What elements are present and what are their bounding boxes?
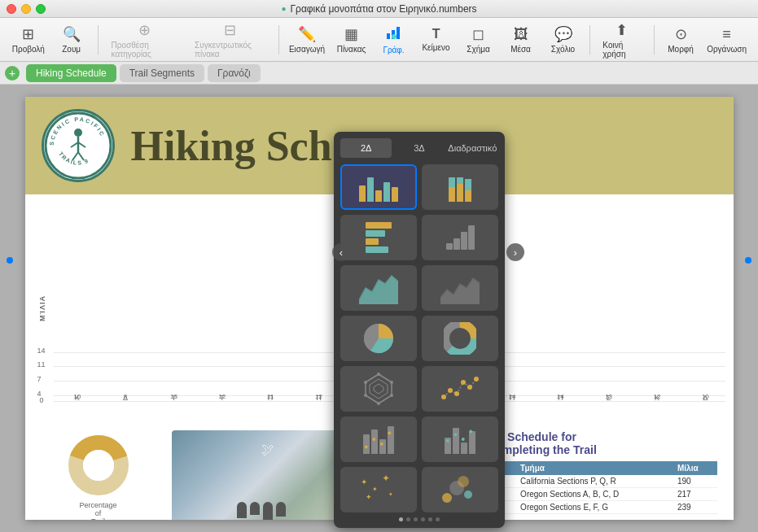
toolbar-insert[interactable]: ✏️ Εισαγωγή <box>285 22 328 57</box>
chart-option-area-1[interactable] <box>340 265 417 311</box>
donut-chart <box>66 433 131 498</box>
svg-point-39 <box>388 432 391 435</box>
titlebar: ● Γραφικά μονοπάτια στον Ειρηνικό.number… <box>0 0 758 18</box>
tabbar: + Hiking Schedule Trail Segments Γρανόζι <box>0 62 758 85</box>
popup-dot-6[interactable] <box>436 517 440 521</box>
mini-area-2-icon <box>440 272 480 304</box>
tab-hiking-schedule[interactable]: Hiking Schedule <box>26 64 116 82</box>
chart-option-line-scatter[interactable] <box>422 366 498 412</box>
popup-next-arrow[interactable]: › <box>506 243 524 261</box>
maximize-button[interactable] <box>36 4 46 14</box>
svg-text:✦: ✦ <box>388 491 393 497</box>
y-label-14: 14 <box>37 347 46 355</box>
chart-option-pie[interactable] <box>340 316 417 361</box>
svg-point-49 <box>442 493 452 503</box>
svg-point-43 <box>469 430 472 434</box>
add-sheet-button[interactable]: + <box>5 66 20 81</box>
mini-scatter-2-icon <box>440 473 480 506</box>
photo-figures <box>237 502 286 520</box>
chart-option-stepped-2[interactable] <box>422 215 498 260</box>
shape-icon: ◻ <box>472 25 484 43</box>
cell-miles-1: 190 <box>673 475 717 488</box>
toolbar-text[interactable]: T Κείμενο <box>417 24 456 55</box>
mini-polygon-icon <box>361 371 397 407</box>
toolbar-table[interactable]: ▦ Πίνακας <box>332 22 371 57</box>
chart-option-bar-grouped[interactable] <box>340 164 417 210</box>
sheet-title: Hiking Sch <box>131 122 332 170</box>
chart-option-area-2[interactable] <box>422 265 498 311</box>
toolbar-add-category[interactable]: ⊕ Προσθέση κατηγορίας <box>105 18 186 62</box>
svg-point-26 <box>390 394 393 397</box>
close-button[interactable] <box>7 4 16 14</box>
chart-option-scatter-2[interactable] <box>422 467 498 512</box>
selection-handle-right[interactable] <box>745 257 751 264</box>
svg-point-51 <box>464 491 472 499</box>
toolbar-share[interactable]: ⬆ Κοινή χρήση <box>596 18 647 62</box>
comment-icon: 💬 <box>554 25 572 43</box>
chart-option-polygon[interactable] <box>340 366 417 412</box>
svg-point-33 <box>461 380 466 385</box>
cell-segment-3: Oregon Sections E, F, G <box>515 501 673 514</box>
chart-option-stepped-1[interactable] <box>340 215 417 260</box>
popup-tab-3d[interactable]: 3Δ <box>393 138 445 158</box>
toolbar-shape[interactable]: ◻ Σχήμα <box>459 22 498 57</box>
toolbar-format[interactable]: ⊙ Μορφή <box>661 22 700 57</box>
format-icon: ⊙ <box>675 25 687 43</box>
pivot-icon: ⊟ <box>224 21 236 39</box>
insert-icon: ✏️ <box>298 25 316 43</box>
popup-tab-interactive[interactable]: Διαδραστικό <box>447 138 498 158</box>
svg-text:✦: ✦ <box>361 477 367 486</box>
popup-dot-3[interactable] <box>414 517 418 521</box>
selection-handle-left[interactable] <box>7 257 13 264</box>
toolbar-view[interactable]: ⊞ Προβολή <box>8 22 49 57</box>
text-icon: T <box>432 27 440 41</box>
svg-point-40 <box>446 439 449 443</box>
share-icon: ⬆ <box>616 21 628 39</box>
svg-text:✦: ✦ <box>366 493 372 501</box>
svg-point-52 <box>458 476 469 487</box>
mini-donut-icon <box>444 322 476 355</box>
svg-point-25 <box>390 381 393 384</box>
popup-dot-5[interactable] <box>428 517 432 521</box>
bar-group-14: 10 Δ <box>681 391 729 402</box>
popup-tab-2d[interactable]: 2Δ <box>340 138 392 158</box>
svg-marker-22 <box>370 379 388 399</box>
mini-bar-grouped-icon <box>359 172 398 202</box>
chart-option-scatter-1[interactable]: ✦ ✦ ✦ ✦ ✦ <box>340 467 417 512</box>
y-axis-label: ΜΊΛΙΑ <box>37 295 46 321</box>
popup-dot-1[interactable] <box>399 517 403 521</box>
svg-point-34 <box>467 385 472 390</box>
chart-option-bar-stacked[interactable] <box>422 164 498 210</box>
divider-3 <box>589 25 590 55</box>
toolbar-chart[interactable]: Γράφ. <box>375 22 414 58</box>
svg-point-32 <box>454 391 459 396</box>
mini-bar-stacked-icon <box>449 172 471 202</box>
toolbar-zoom[interactable]: 🔍 Ζουμ <box>52 22 91 57</box>
popup-dot-4[interactable] <box>421 517 425 521</box>
toolbar-organize[interactable]: ≡ Οργάνωση <box>703 23 750 57</box>
svg-point-36 <box>365 446 368 449</box>
toolbar-comment[interactable]: 💬 Σχόλιο <box>544 22 583 57</box>
y-label-7: 7 <box>37 375 42 383</box>
bar-group-13: 12 Κ <box>633 391 681 402</box>
view-icon: ⊞ <box>22 25 34 43</box>
toolbar-media[interactable]: 🖼 Μέσα <box>502 23 541 57</box>
mini-pie-icon <box>362 322 395 355</box>
chart-option-mixed-1[interactable] <box>340 416 417 462</box>
cell-segment-2: Oregon Sections A, B, C, D <box>515 488 673 501</box>
popup-prev-arrow[interactable]: ‹ <box>332 243 350 261</box>
divider-2 <box>278 25 279 55</box>
toolbar-pivot[interactable]: ⊟ Συγκεντρωτικός πίνακα <box>188 18 272 62</box>
minimize-button[interactable] <box>21 4 31 14</box>
popup-pagination <box>340 517 498 521</box>
chart-option-donut[interactable] <box>422 316 498 361</box>
tab-granozi[interactable]: Γρανόζι <box>208 64 261 82</box>
mini-mixed-2-icon <box>445 425 475 454</box>
mini-mixed-1-icon <box>363 425 394 454</box>
zoom-icon: 🔍 <box>63 25 81 43</box>
tab-trail-segments[interactable]: Trail Segments <box>120 64 204 82</box>
popup-dot-2[interactable] <box>406 517 410 521</box>
chart-option-mixed-2[interactable] <box>422 416 498 462</box>
donut-label: Percentage of Trail <box>79 501 116 520</box>
svg-point-31 <box>448 388 453 393</box>
